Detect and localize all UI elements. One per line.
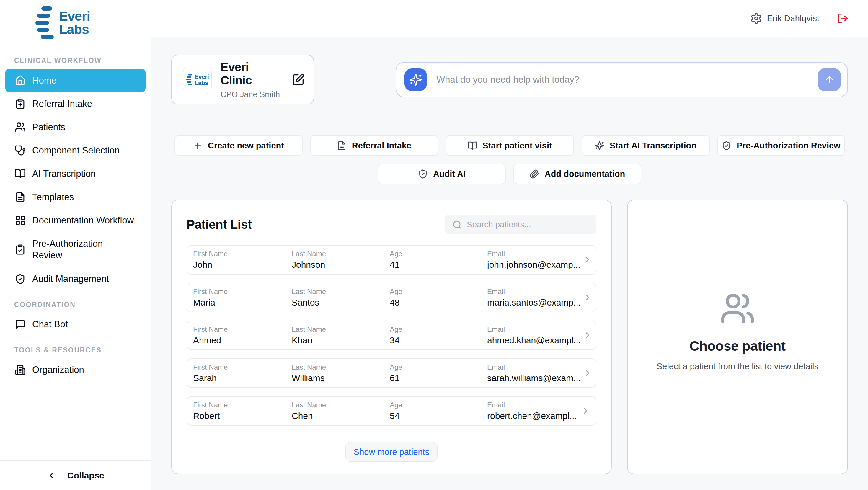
sidebar-item-label: Patients [32,122,65,132]
mini-logo-line2: Labs [194,80,209,86]
cell-label: Last Name [292,325,390,334]
sidebar-item-label: Component Selection [32,145,120,156]
patient-row-robert-chen[interactable]: First Name Robert Last Name Chen Age 54 [187,396,596,426]
search-patients-input[interactable] [467,220,589,229]
patient-row-maria-santos[interactable]: First Name Maria Last Name Santos Age 48 [187,283,596,312]
sidebar-item-pre-authorization-review[interactable]: Pre-Authorization Review [5,232,146,268]
clinic-subtitle: CPO Jane Smith [221,90,283,99]
cell-label: First Name [193,401,292,409]
sidebar-item-patients[interactable]: Patients [5,115,146,139]
cell-label: Last Name [292,287,390,296]
show-more-patients-button[interactable]: Show more patients [345,442,438,462]
header-row: Everi Labs Everi Clinic CPO Jane Smith [171,55,848,104]
sidebar-item-label: Referral Intake [32,99,92,109]
assistant-input[interactable] [436,74,818,85]
cell-value: Sarah [193,373,292,383]
brand-name-line1: Everi [59,10,90,23]
last-name-cell: Last Name Chen [292,401,390,421]
brand-name: Everi Labs [59,10,90,36]
sidebar-item-label: Documentation Workflow [32,215,134,226]
quick-actions-row-2: Audit AI Add documentation [171,163,848,184]
patient-list-header: Patient List [187,215,596,234]
collapse-sidebar-button[interactable]: Collapse [0,460,151,490]
cell-value: sarah.williams@exam... [487,373,581,383]
referral-intake-button[interactable]: Referral Intake [310,135,438,156]
shield-check-icon [721,141,731,151]
choose-patient-title: Choose patient [689,338,785,354]
cell-value: 54 [390,411,487,421]
clipboard-check-icon [15,244,26,255]
patient-row-john-johnson[interactable]: First Name John Last Name Johnson Age 41 [187,245,596,275]
patient-row-sarah-williams[interactable]: First Name Sarah Last Name Williams Age … [187,358,596,388]
cell-value: Khan [292,335,390,345]
pre-authorization-review-button[interactable]: Pre-Authorization Review [717,135,845,156]
users-icon [720,291,755,326]
add-documentation-button[interactable]: Add documentation [514,163,641,184]
cell-value: ahmed.khan@exampl... [487,335,581,345]
clipboard-plus-icon [15,98,26,109]
layout-grid-icon [15,215,26,226]
sidebar-item-documentation-workflow[interactable]: Documentation Workflow [5,209,146,232]
user-name: Erik Dahlqvist [767,13,819,23]
sidebar-item-home[interactable]: Home [5,69,146,92]
sidebar-item-referral-intake[interactable]: Referral Intake [5,92,146,115]
clinic-logo-tile: Everi Labs [183,65,212,94]
age-cell: Age 48 [390,287,487,308]
brand-name-line2: Labs [59,23,90,36]
sidebar-item-ai-transcription[interactable]: AI Transcription [5,162,146,185]
patient-row-ahmed-khan[interactable]: First Name Ahmed Last Name Khan Age 34 [187,320,596,350]
lower-row: Patient List First Name John [171,200,848,474]
building-icon [15,365,26,375]
mini-logo-text: Everi Labs [194,73,209,86]
sidebar-item-templates[interactable]: Templates [5,185,146,209]
cell-label: Age [390,325,487,334]
cell-value: Ahmed [193,335,292,345]
age-cell: Age 61 [390,363,487,383]
chevron-right-icon [581,406,590,416]
first-name-cell: First Name Ahmed [193,325,292,345]
stethoscope-icon [15,145,26,156]
patient-detail-panel: Choose patient Select a patient from the… [627,200,848,474]
everi-labs-mini-logo-icon [186,74,192,86]
email-cell: Email sarah.williams@exam... [487,363,581,383]
cell-label: Last Name [292,363,390,371]
cell-value: 48 [390,298,487,308]
cell-value: Santos [292,298,390,308]
section-tools-resources: TOOLS & RESOURCES [14,346,146,354]
cell-value: 61 [390,373,487,383]
patient-rows: First Name John Last Name Johnson Age 41 [187,245,596,426]
cell-value: 34 [390,335,487,345]
sidebar-item-chat-bot[interactable]: Chat Bot [5,313,146,336]
chevron-left-icon [46,471,56,480]
cell-value: Chen [292,411,390,421]
sidebar-item-label: Home [32,75,57,86]
home-icon [15,75,26,86]
start-patient-visit-button[interactable]: Start patient visit [446,135,574,156]
chevron-right-icon [582,255,592,265]
sidebar-item-component-selection[interactable]: Component Selection [5,139,146,162]
assistant-bar [396,62,848,97]
sidebar-item-audit-management[interactable]: Audit Management [5,268,146,291]
app-root: Everi Labs CLINICAL WORKFLOW Home Referr… [0,0,868,490]
edit-clinic-icon[interactable] [292,73,305,86]
chevron-right-icon [583,368,593,378]
audit-ai-button[interactable]: Audit AI [378,163,506,184]
clinic-name: Everi Clinic [221,61,283,87]
users-icon [15,122,26,132]
settings-gear-icon[interactable] [750,12,762,25]
quick-actions-row-1: Create new patient Referral Intake Start… [171,135,848,156]
send-button[interactable] [818,68,841,91]
sidebar-item-organization[interactable]: Organization [5,358,146,382]
start-ai-transcription-button[interactable]: Start AI Transcription [582,135,710,156]
last-name-cell: Last Name Williams [292,363,390,383]
clinic-info: Everi Clinic CPO Jane Smith [221,61,283,99]
cell-value: robert.chen@exampl... [487,411,579,421]
main-area: Erik Dahlqvist Everi Labs [151,0,868,490]
cell-value: Johnson [292,260,390,270]
email-cell: Email john.johnson@examp... [487,250,581,270]
file-text-icon [337,141,347,151]
logout-icon[interactable] [837,13,848,24]
message-square-icon [15,319,26,330]
create-new-patient-button[interactable]: Create new patient [175,135,303,156]
cell-label: Email [487,325,581,334]
